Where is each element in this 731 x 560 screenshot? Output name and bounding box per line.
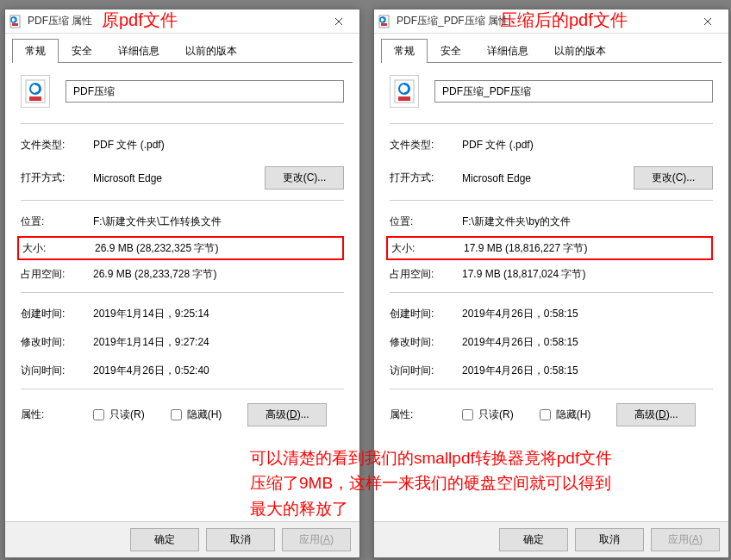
svg-rect-1 — [12, 23, 18, 26]
divider — [390, 292, 713, 293]
apply-button[interactable]: 应用(A) — [282, 528, 351, 551]
tab-previous[interactable]: 以前的版本 — [172, 39, 250, 63]
readonly-checkbox-wrap[interactable]: 只读(R) — [462, 408, 514, 422]
svg-rect-7 — [381, 23, 387, 26]
label-opens-with: 打开方式: — [390, 171, 462, 185]
label-created: 创建时间: — [390, 307, 462, 321]
window-title: PDF压缩 属性 — [28, 14, 322, 28]
titlebar[interactable]: PDF压缩_PDF压缩 属性 — [374, 9, 728, 34]
titlebar[interactable]: PDF压缩 属性 — [5, 9, 359, 34]
value-created: 2019年1月14日，9:25:14 — [93, 307, 344, 321]
change-button[interactable]: 更改(C)... — [634, 166, 713, 190]
tab-details[interactable]: 详细信息 — [474, 39, 541, 63]
file-name-input[interactable] — [66, 80, 344, 103]
tab-security[interactable]: 安全 — [428, 39, 474, 63]
divider — [21, 389, 344, 389]
advanced-button[interactable]: 高级(D)... — [616, 403, 696, 426]
cancel-button[interactable]: 取消 — [206, 528, 275, 551]
divider — [390, 200, 713, 201]
divider — [390, 123, 713, 124]
divider — [390, 389, 713, 389]
label-location: 位置: — [21, 215, 93, 229]
tab-previous[interactable]: 以前的版本 — [541, 39, 619, 63]
label-size-on-disk: 占用空间: — [21, 267, 93, 282]
value-size: 17.9 MB (18,816,227 字节) — [464, 241, 711, 256]
file-name-input[interactable] — [434, 80, 713, 103]
label-size-on-disk: 占用空间: — [390, 267, 462, 282]
value-size-on-disk: 26.9 MB (28,233,728 字节) — [93, 267, 344, 282]
label-file-type: 文件类型: — [21, 138, 93, 152]
svg-rect-5 — [29, 96, 41, 101]
divider — [21, 200, 344, 201]
label-accessed: 访问时间: — [390, 364, 462, 378]
close-button[interactable] — [322, 10, 356, 33]
label-created: 创建时间: — [21, 307, 93, 321]
readonly-label: 只读(R) — [109, 408, 145, 422]
pdf-large-icon — [390, 75, 419, 108]
label-size: 大小: — [22, 241, 95, 256]
label-attributes: 属性: — [21, 408, 93, 422]
value-location: F:\新建文件夹\工作转换文件 — [93, 215, 344, 229]
tab-details[interactable]: 详细信息 — [105, 39, 172, 63]
svg-rect-11 — [398, 96, 410, 101]
properties-dialog-compressed: PDF压缩_PDF压缩 属性 常规 安全 详细信息 以前的版本 文件类型: PD… — [373, 9, 729, 558]
value-file-type: PDF 文件 (.pdf) — [93, 138, 344, 152]
tab-bar: 常规 安全 详细信息 以前的版本 — [374, 34, 728, 63]
apply-button[interactable]: 应用(A) — [651, 528, 720, 551]
readonly-label: 只读(R) — [478, 408, 514, 422]
tab-security[interactable]: 安全 — [59, 39, 105, 63]
value-accessed: 2019年4月26日，0:58:15 — [462, 364, 713, 378]
value-created: 2019年4月26日，0:58:15 — [462, 307, 713, 321]
hidden-checkbox-wrap[interactable]: 隐藏(H) — [171, 408, 222, 422]
value-modified: 2019年1月14日，9:27:24 — [93, 335, 344, 350]
value-modified: 2019年4月26日，0:58:15 — [462, 335, 713, 350]
label-attributes: 属性: — [390, 408, 462, 422]
size-row-highlighted: 大小: 17.9 MB (18,816,227 字节) — [386, 236, 713, 260]
tab-bar: 常规 安全 详细信息 以前的版本 — [5, 34, 359, 63]
dialog-footer: 确定 取消 应用(A) — [374, 521, 728, 557]
value-opens-with: Microsoft Edge — [93, 172, 265, 184]
value-size-on-disk: 17.9 MB (18,817,024 字节) — [462, 267, 713, 282]
label-opens-with: 打开方式: — [21, 171, 93, 185]
cancel-button[interactable]: 取消 — [575, 528, 644, 551]
readonly-checkbox-wrap[interactable]: 只读(R) — [93, 408, 145, 422]
value-opens-with: Microsoft Edge — [462, 172, 634, 184]
advanced-button[interactable]: 高级(D)... — [247, 403, 327, 426]
label-modified: 修改时间: — [390, 335, 462, 350]
label-file-type: 文件类型: — [390, 138, 462, 152]
tab-content: 文件类型: PDF 文件 (.pdf) 打开方式: Microsoft Edge… — [374, 63, 728, 442]
divider — [21, 123, 344, 124]
hidden-label: 隐藏(H) — [187, 408, 222, 422]
hidden-checkbox[interactable] — [171, 409, 182, 420]
readonly-checkbox[interactable] — [462, 409, 473, 420]
tab-general[interactable]: 常规 — [381, 39, 428, 63]
label-accessed: 访问时间: — [21, 364, 93, 378]
tab-general[interactable]: 常规 — [12, 39, 59, 63]
ok-button[interactable]: 确定 — [130, 528, 199, 551]
readonly-checkbox[interactable] — [93, 409, 104, 420]
pdf-large-icon — [21, 75, 50, 108]
size-row-highlighted: 大小: 26.9 MB (28,232,325 字节) — [17, 236, 344, 260]
tab-content: 文件类型: PDF 文件 (.pdf) 打开方式: Microsoft Edge… — [5, 63, 359, 442]
hidden-checkbox-wrap[interactable]: 隐藏(H) — [540, 408, 591, 422]
change-button[interactable]: 更改(C)... — [265, 166, 344, 190]
value-accessed: 2019年4月26日，0:52:40 — [93, 364, 344, 378]
hidden-label: 隐藏(H) — [556, 408, 591, 422]
pdf-file-icon — [378, 15, 391, 28]
dialog-footer: 确定 取消 应用(A) — [5, 521, 359, 557]
value-file-type: PDF 文件 (.pdf) — [462, 138, 713, 152]
pdf-file-icon — [9, 15, 22, 28]
window-title: PDF压缩_PDF压缩 属性 — [397, 14, 690, 28]
divider — [21, 292, 344, 293]
label-location: 位置: — [390, 215, 462, 229]
hidden-checkbox[interactable] — [540, 409, 551, 420]
value-size: 26.9 MB (28,232,325 字节) — [95, 241, 342, 256]
label-modified: 修改时间: — [21, 335, 93, 350]
close-button[interactable] — [690, 10, 725, 33]
ok-button[interactable]: 确定 — [499, 528, 568, 551]
label-size: 大小: — [391, 241, 464, 256]
properties-dialog-original: PDF压缩 属性 常规 安全 详细信息 以前的版本 文件类型: PDF 文件 (… — [4, 9, 360, 558]
value-location: F:\新建文件夹\by的文件 — [462, 215, 713, 229]
